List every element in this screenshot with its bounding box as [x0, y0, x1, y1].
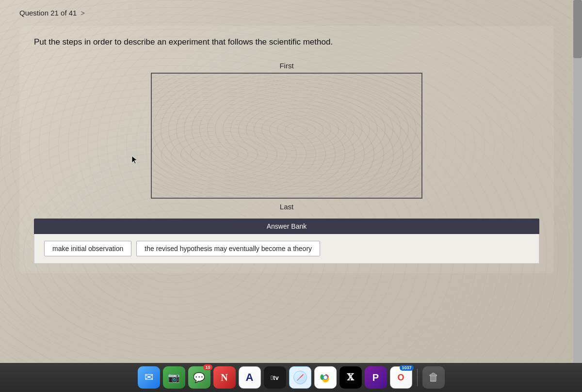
dropzone-section: First Last — [34, 62, 539, 211]
dock-item-chrome[interactable] — [314, 366, 337, 389]
dropzone-box[interactable] — [151, 73, 422, 199]
dock-item-x[interactable]: 𝕏 — [340, 366, 362, 389]
question-header: Question 21 of 41 > — [19, 9, 554, 17]
question-text: Put the steps in order to describe an ex… — [34, 36, 539, 48]
dock-item-mail[interactable]: ✉ — [138, 366, 160, 389]
scrollbar-thumb[interactable] — [573, 0, 582, 58]
o-icon: O — [397, 373, 404, 383]
appletv-icon: tv — [271, 374, 278, 381]
question-label: Question 21 of 41 — [19, 9, 77, 17]
answer-bank-header: Answer Bank — [34, 219, 539, 234]
question-body: Put the steps in order to describe an ex… — [19, 26, 554, 273]
svg-point-2 — [323, 376, 327, 379]
answer-bank-items: make initial observation the revised hyp… — [34, 234, 539, 264]
answer-item-2[interactable]: the revised hypothesis may eventually be… — [136, 241, 320, 256]
p-icon: P — [372, 372, 379, 383]
last-label: Last — [280, 203, 293, 211]
messages-icon: 💬 — [193, 372, 205, 383]
answer-item-1[interactable]: make initial observation — [44, 241, 131, 256]
dock-item-p[interactable]: P — [365, 366, 387, 389]
safari-icon — [293, 371, 307, 384]
o-badge: 1037 — [400, 365, 413, 371]
dock: ✉ 📷 💬 10 N A tv — [0, 363, 582, 392]
next-question-button[interactable]: > — [81, 9, 84, 17]
dock-item-messages[interactable]: 💬 10 — [188, 366, 210, 389]
dock-item-trash[interactable]: 🗑 — [422, 366, 445, 389]
dock-item-o[interactable]: O 1037 — [390, 366, 412, 389]
x-icon: 𝕏 — [347, 372, 354, 383]
dock-separator — [417, 369, 418, 386]
dock-item-safari[interactable] — [289, 366, 311, 389]
dock-item-appletv[interactable]: tv — [264, 366, 286, 389]
messages-badge: 10 — [203, 364, 212, 370]
main-content: Question 21 of 41 > Put the steps in ord… — [0, 0, 573, 363]
dock-item-textedit[interactable]: A — [239, 366, 261, 389]
mail-icon: ✉ — [145, 371, 153, 384]
dock-item-news[interactable]: N — [213, 366, 236, 389]
chrome-icon — [319, 371, 332, 384]
facetime-icon: 📷 — [168, 372, 180, 383]
trash-icon: 🗑 — [428, 371, 439, 384]
first-label: First — [279, 62, 293, 70]
textedit-icon: A — [246, 371, 254, 384]
dock-item-facetime[interactable]: 📷 — [163, 366, 185, 389]
scrollbar-track[interactable] — [573, 0, 582, 363]
news-icon: N — [221, 372, 227, 383]
